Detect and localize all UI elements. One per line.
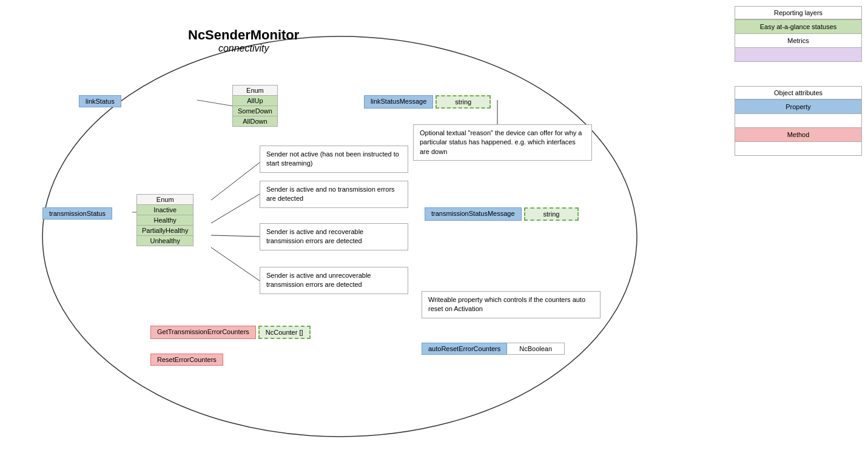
- method-legend-item: Method: [735, 127, 861, 141]
- empty-legend-item3: [735, 141, 861, 155]
- transmission-status-message-row: transmissionStatusMessage string: [425, 207, 579, 221]
- easy-glance-item: Easy at-a-glance statuses: [735, 19, 861, 33]
- svg-line-5: [211, 235, 260, 237]
- svg-line-1: [197, 100, 234, 106]
- property-legend-item: Property: [735, 99, 861, 113]
- link-status-desc: Optional textual "reason" the device can…: [413, 124, 592, 161]
- metrics-item: Metrics: [735, 33, 861, 47]
- get-counters-row: GetTransmissionErrorCounters NcCounter […: [150, 326, 311, 339]
- link-status-message-row: linkStatusMessage string: [364, 95, 491, 109]
- legend-panel: Reporting layers Easy at-a-glance status…: [735, 6, 862, 168]
- link-status-enum: Enum AllUp SomeDown AllDown: [232, 85, 278, 127]
- desc-healthy: Sender is active and no transmission err…: [260, 181, 408, 208]
- auto-reset-desc: Writeable property which controls if the…: [422, 291, 601, 318]
- empty-legend-item2: [735, 113, 861, 127]
- svg-line-3: [211, 163, 260, 200]
- reset-counters: ResetErrorCounters: [150, 354, 223, 366]
- object-attributes-legend: Object attributes Property Method: [735, 86, 862, 156]
- title-main: NcSenderMonitor: [188, 27, 299, 43]
- reporting-layers-legend: Reporting layers Easy at-a-glance status…: [735, 6, 862, 62]
- svg-line-6: [211, 247, 260, 281]
- object-attributes-title: Object attributes: [735, 87, 861, 99]
- empty-legend-item: [735, 47, 861, 61]
- title-sub: connectivity: [188, 43, 299, 54]
- desc-unhealthy: Sender is active and unrecoverable trans…: [260, 267, 408, 294]
- link-status-label: linkStatus: [79, 95, 121, 107]
- transmission-status-enum: Enum Inactive Healthy PartiallyHealthy U…: [136, 194, 193, 246]
- diagram-title: NcSenderMonitor connectivity: [188, 27, 299, 54]
- reporting-layers-title: Reporting layers: [735, 7, 861, 19]
- desc-inactive: Sender not active (has not been instruct…: [260, 146, 408, 173]
- svg-line-4: [211, 194, 260, 223]
- desc-partially-healthy: Sender is active and recoverable transmi…: [260, 223, 408, 250]
- diagram-area: NcSenderMonitor connectivity linkStatus …: [0, 0, 704, 453]
- auto-reset-row: autoResetErrorCounters NcBoolean: [422, 343, 565, 355]
- transmission-status-label: transmissionStatus: [42, 207, 112, 220]
